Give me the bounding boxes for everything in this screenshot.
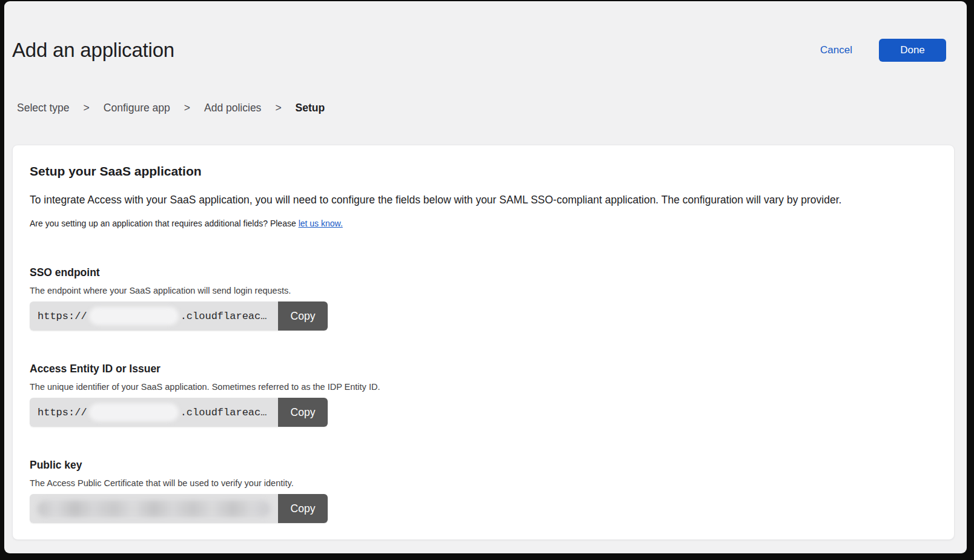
value-suffix: .cloudflareac… (181, 311, 267, 322)
value-prefix: https:// (38, 311, 87, 322)
sso-endpoint-copy-row: https://.cloudflareac… Copy (30, 301, 328, 331)
access-entity-id-copy-row: https://.cloudflareac… Copy (30, 398, 328, 427)
setup-card: Setup your SaaS application To integrate… (12, 145, 955, 540)
let-us-know-link[interactable]: let us know. (299, 219, 343, 228)
field-access-entity-id: Access Entity ID or Issuer The unique id… (30, 362, 937, 427)
field-sso-endpoint: SSO endpoint The endpoint where your Saa… (30, 266, 937, 331)
card-heading: Setup your SaaS application (30, 163, 937, 179)
breadcrumb: Select type > Configure app > Add polici… (17, 102, 325, 114)
breadcrumb-item-setup: Setup (296, 102, 325, 114)
breadcrumb-separator: > (84, 102, 90, 114)
breadcrumb-item-select-type[interactable]: Select type (17, 102, 70, 114)
done-button[interactable]: Done (879, 39, 946, 62)
access-entity-id-copy-button[interactable]: Copy (278, 398, 328, 427)
value-prefix: https:// (38, 407, 87, 418)
card-intro-text: To integrate Access with your SaaS appli… (30, 193, 937, 206)
redacted-value-blur (38, 501, 270, 517)
card-note: Are you setting up an application that r… (30, 219, 937, 229)
field-description: The unique identifier of your SaaS appli… (30, 381, 937, 392)
field-description: The endpoint where your SaaS application… (30, 285, 937, 296)
access-entity-id-value: https://.cloudflareac… (30, 398, 278, 427)
sso-endpoint-copy-button[interactable]: Copy (278, 301, 328, 331)
note-text: Are you setting up an application that r… (30, 219, 299, 228)
breadcrumb-separator: > (275, 102, 281, 114)
public-key-value (30, 494, 278, 523)
field-label: SSO endpoint (30, 266, 937, 279)
redacted-value-blur (89, 403, 179, 421)
public-key-copy-button[interactable]: Copy (278, 494, 328, 523)
value-suffix: .cloudflareac… (181, 407, 267, 418)
app-screen: Add an application Cancel Done Select ty… (4, 1, 967, 553)
redacted-value-blur (89, 307, 179, 325)
breadcrumb-item-add-policies[interactable]: Add policies (204, 102, 261, 114)
cancel-button[interactable]: Cancel (820, 44, 852, 56)
field-label: Access Entity ID or Issuer (30, 362, 937, 375)
sso-endpoint-value: https://.cloudflareac… (30, 301, 278, 331)
breadcrumb-separator: > (184, 102, 190, 114)
breadcrumb-item-configure-app[interactable]: Configure app (104, 102, 170, 114)
field-description: The Access Public Certificate that will … (30, 478, 937, 489)
field-public-key: Public key The Access Public Certificate… (30, 458, 937, 523)
header-actions: Cancel Done (820, 38, 946, 62)
page-title: Add an application (12, 39, 174, 62)
field-label: Public key (30, 458, 937, 472)
public-key-copy-row: Copy (30, 494, 328, 523)
